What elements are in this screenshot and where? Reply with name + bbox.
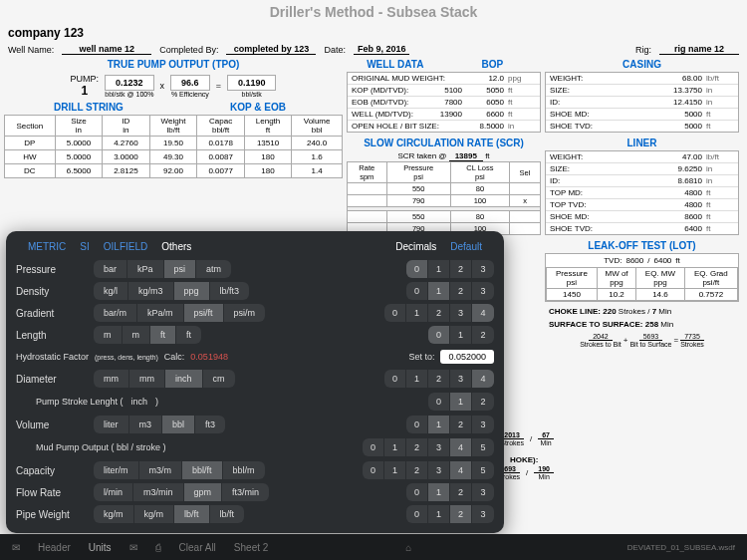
unit-option[interactable]: ft xyxy=(176,326,201,344)
table-cell[interactable]: 5.0000 xyxy=(55,150,102,164)
mail2-icon[interactable]: ✉ xyxy=(129,542,137,553)
decimal-option[interactable]: 1 xyxy=(428,416,450,433)
unit-option[interactable]: psi/ft xyxy=(184,304,224,322)
field-value[interactable]: 6600 xyxy=(466,110,508,119)
scr-cell[interactable]: 80 xyxy=(450,183,509,195)
unit-option[interactable]: ft xyxy=(150,326,176,344)
field-value[interactable]: 9.6250 xyxy=(664,164,706,173)
rig-field[interactable]: rig name 12 xyxy=(659,44,739,55)
decimal-option[interactable]: 0 xyxy=(406,260,428,278)
print-icon[interactable]: ⎙ xyxy=(155,542,161,553)
table-cell[interactable]: 13510 xyxy=(244,137,291,150)
table-cell[interactable]: 49.30 xyxy=(149,150,197,164)
unit-option[interactable]: bar/m xyxy=(94,304,137,322)
scr-cell[interactable] xyxy=(510,183,541,195)
table-cell[interactable]: 1.6 xyxy=(292,150,343,164)
unit-option[interactable]: liter/m xyxy=(94,461,139,479)
decimal-option[interactable]: 2 xyxy=(450,505,472,523)
scr-cell[interactable]: 80 xyxy=(450,211,509,223)
decimal-option[interactable]: 5 xyxy=(472,461,494,479)
lot-cell[interactable]: 10.2 xyxy=(597,289,635,301)
field-value[interactable]: 13.3750 xyxy=(664,86,706,95)
unit-option[interactable]: bbl xyxy=(162,416,195,433)
pump-number[interactable]: 1 xyxy=(71,84,100,98)
tpo-val2[interactable]: 96.6 xyxy=(170,75,210,91)
table-cell[interactable]: 19.50 xyxy=(149,137,197,150)
lot-cell[interactable]: 14.6 xyxy=(636,289,685,301)
field-value[interactable]: 68.00 xyxy=(664,74,706,83)
decimal-option[interactable]: 0 xyxy=(406,282,428,300)
decimal-option[interactable]: 3 xyxy=(472,282,494,300)
table-cell[interactable]: 2.8125 xyxy=(103,164,149,178)
decimal-option[interactable]: 4 xyxy=(472,304,494,322)
clear-all-button[interactable]: Clear All xyxy=(179,542,216,553)
unit-option[interactable]: ppg xyxy=(174,282,210,300)
decimal-option[interactable]: 1 xyxy=(450,393,472,411)
mpo-decimals[interactable]: 012345 xyxy=(363,438,494,456)
decimal-option[interactable]: 0 xyxy=(384,370,406,388)
decimal-option[interactable]: 0 xyxy=(428,326,450,344)
decimal-option[interactable]: 1 xyxy=(428,483,450,501)
field-value[interactable]: 8.6810 xyxy=(664,176,706,185)
decimal-option[interactable]: 2 xyxy=(406,461,428,479)
decimal-option[interactable]: 3 xyxy=(472,483,494,501)
lot-cell[interactable]: 1450 xyxy=(547,289,598,301)
decimal-option[interactable]: 2 xyxy=(428,304,450,322)
decimal-option[interactable]: 1 xyxy=(428,505,450,523)
decimal-option[interactable]: 5 xyxy=(472,438,494,456)
unit-option[interactable]: psi/m xyxy=(224,304,266,322)
pump-stroke-decimals[interactable]: 012 xyxy=(428,393,494,411)
date-field[interactable]: Feb 9, 2016 xyxy=(354,44,410,55)
decimal-option[interactable]: 3 xyxy=(428,438,450,456)
unit-option[interactable]: liter xyxy=(94,416,129,433)
decimal-option[interactable]: 0 xyxy=(363,461,384,479)
unit-option[interactable]: mm xyxy=(94,370,129,388)
lot-cell[interactable]: 0.7572 xyxy=(684,289,737,301)
table-cell[interactable]: 4.2760 xyxy=(103,137,149,150)
tpo-val1[interactable]: 0.1232 xyxy=(105,75,154,91)
unit-option[interactable]: ft3 xyxy=(195,416,225,433)
table-cell[interactable]: 180 xyxy=(244,164,291,178)
unit-option[interactable]: kg/m xyxy=(94,505,134,523)
unit-option[interactable]: lb/ft xyxy=(210,505,245,523)
table-cell[interactable]: DP xyxy=(5,137,56,150)
table-cell[interactable]: 3.0000 xyxy=(103,150,149,164)
field-value[interactable]: 8600 xyxy=(664,212,706,221)
unit-option[interactable]: psi xyxy=(164,260,197,278)
scr-cell[interactable]: x xyxy=(510,195,541,207)
decimal-option[interactable]: 0 xyxy=(406,416,428,433)
table-cell[interactable]: 180 xyxy=(244,150,291,164)
decimal-option[interactable]: 2 xyxy=(428,370,450,388)
mail-icon[interactable]: ✉ xyxy=(12,542,20,553)
unit-option[interactable]: m xyxy=(94,326,123,344)
decimal-option[interactable]: 0 xyxy=(406,505,428,523)
decimal-option[interactable]: 1 xyxy=(406,304,428,322)
scr-cell[interactable]: 550 xyxy=(386,211,450,223)
field-value[interactable]: 4800 xyxy=(664,188,706,197)
decimal-option[interactable]: 2 xyxy=(450,416,472,433)
scr-cell[interactable] xyxy=(510,223,541,235)
field-value[interactable]: 6050 xyxy=(466,98,508,107)
decimal-option[interactable]: 4 xyxy=(450,461,472,479)
lot-tvd1[interactable]: 8600 xyxy=(625,256,643,265)
decimal-option[interactable]: 4 xyxy=(472,370,494,388)
unit-option[interactable]: kPa/m xyxy=(137,304,184,322)
field-value[interactable]: 5000 xyxy=(664,110,706,119)
field-value[interactable]: 5000 xyxy=(664,122,706,131)
unit-option[interactable]: gpm xyxy=(184,483,223,501)
unit-option[interactable]: lb/ft3 xyxy=(210,282,250,300)
field-value[interactable]: 5050 xyxy=(466,86,508,95)
unit-option[interactable]: bar xyxy=(94,260,127,278)
table-cell[interactable]: 92.00 xyxy=(149,164,197,178)
decimal-option[interactable]: 0 xyxy=(428,393,450,411)
tab-si[interactable]: SI xyxy=(80,241,89,252)
table-cell[interactable]: 6.5000 xyxy=(55,164,102,178)
decimal-option[interactable]: 2 xyxy=(472,393,494,411)
scr-cell[interactable]: 550 xyxy=(386,183,450,195)
table-cell[interactable]: 0.0178 xyxy=(197,137,244,150)
sheet2-button[interactable]: Sheet 2 xyxy=(234,542,268,553)
unit-option[interactable]: kg/l xyxy=(94,282,128,300)
unit-option[interactable]: mm xyxy=(129,370,165,388)
table-cell[interactable]: 0.0087 xyxy=(197,150,244,164)
unit-option[interactable]: m xyxy=(123,326,151,344)
